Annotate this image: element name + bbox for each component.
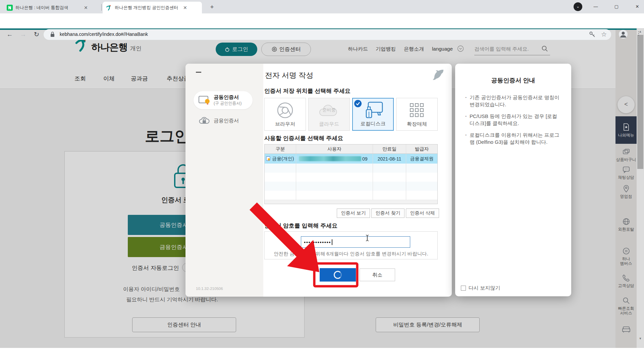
url-text[interactable]: kebhana.com/certify/index.do#//HanaBank — [60, 32, 148, 37]
storage-option-label: 브라우저 — [265, 121, 306, 127]
cancel-button[interactable]: 취소 — [360, 268, 395, 281]
password-input[interactable]: •••••••••••• — [301, 236, 410, 248]
joint-cert-label: 공동인증서 — [214, 94, 241, 101]
password-heading: 인증서 암호를 입력해 주세요 — [264, 222, 337, 230]
empty-row[interactable] — [265, 173, 437, 182]
dialog-title: 전자 서명 작성 — [265, 70, 313, 80]
cert-type: 금융(개인) — [272, 156, 294, 162]
cloud-badge: 준비중 — [309, 107, 350, 113]
certificate-heading: 사용할 인증서를 선택해 주세요 — [264, 134, 343, 142]
page-scrollbar[interactable]: ▲ ▼ — [637, 28, 644, 348]
empty-row[interactable] — [265, 182, 437, 191]
info-bullet: 로컬디스크를 이용하기 위해서는 프로그램 (Delfino G3)을 설치해야… — [465, 131, 561, 145]
table-scroll-strip[interactable] — [265, 200, 437, 204]
col-issuer: 발급자 — [406, 144, 437, 154]
reload-button[interactable]: ↻ — [32, 30, 41, 39]
profile-avatar-icon[interactable] — [618, 29, 628, 39]
cert-expiry: 2021-08-11 — [373, 154, 406, 164]
cloud-lock-icon — [198, 116, 210, 125]
tab-strip: 하나은행 : 네이버 통합검색 ✕ 하나은행 개인뱅킹 공인인증센터 ✕ + ⌄… — [0, 0, 644, 13]
storage-option-label: 확장매체 — [396, 121, 437, 127]
cert-issuer: 금융결제원 — [406, 154, 437, 164]
naver-icon — [7, 5, 13, 11]
ibeam-cursor — [365, 234, 369, 242]
storage-option-cloud[interactable]: 준비중 클라우드 — [308, 98, 350, 131]
col-type: 구분 — [265, 144, 296, 154]
grid-icon — [409, 103, 425, 118]
bookmark-star-icon[interactable]: ☆ — [601, 31, 607, 38]
empty-row[interactable] — [265, 164, 437, 173]
empty-row[interactable] — [265, 191, 437, 200]
tab-title: 하나은행 개인뱅킹 공인인증센터 — [115, 5, 180, 11]
dont-show-again[interactable]: 다시 보지않기 — [461, 285, 500, 291]
storage-option-label: 클라우드 — [309, 121, 350, 127]
https-lock-icon[interactable] — [50, 32, 55, 37]
cert-user-suffix: 09 — [362, 156, 368, 162]
tab-title: 하나은행 : 네이버 통합검색 — [15, 5, 81, 11]
certificate-row-selected[interactable]: 금융(개인) 09 2021-08-11 금융결제원 — [265, 154, 437, 164]
tab-divider — [101, 4, 102, 11]
text-caret — [332, 239, 332, 245]
window-close[interactable]: ✕ — [633, 3, 642, 11]
password-key-icon[interactable] — [589, 31, 596, 38]
finance-cert-label: 금융인증서 — [214, 118, 239, 124]
sidebar-item-finance-cert[interactable]: 금융인증서 — [194, 113, 253, 128]
new-tab-button[interactable]: + — [208, 3, 216, 11]
browser-icon — [276, 102, 294, 119]
hana-favicon — [106, 5, 112, 11]
certificate-card-icon — [198, 95, 210, 106]
tab-close-icon[interactable]: ✕ — [84, 5, 88, 10]
view-cert-button[interactable]: 인증서 보기 — [337, 208, 370, 218]
password-note: 안전한 금융거래를 위해 6개월마다 인증서 암호를 변경하시기 바랍니다. — [264, 251, 438, 257]
storage-option-expansion-media[interactable]: 확장매체 — [396, 98, 438, 131]
forward-button[interactable]: → — [19, 30, 28, 39]
window-maximize[interactable]: ▢ — [612, 3, 621, 11]
certificate-table: 구분 사용자 만료일 발급자 금융(개인) 09 2021-08-11 — [264, 144, 438, 204]
window-minimize[interactable]: — — [591, 3, 600, 11]
storage-option-label: 로컬디스크 — [353, 121, 393, 127]
info-panel-title: 공동인증서 안내 — [455, 76, 571, 84]
confirm-button[interactable] — [320, 268, 356, 282]
certificate-file-icon — [266, 156, 271, 161]
dont-show-again-label: 다시 보지않기 — [469, 285, 500, 291]
find-cert-button[interactable]: 인증서 찾기 — [371, 208, 405, 218]
dialog-minimize-button[interactable] — [196, 72, 201, 73]
scroll-down-arrow[interactable]: ▼ — [637, 337, 644, 340]
browser-menu-icon[interactable]: ⋮ — [636, 30, 641, 37]
dont-show-again-checkbox[interactable] — [461, 286, 466, 291]
screen: 하나은행 개인 로그인 인증센터 하나카드 기업뱅킹 은행소개 language — [0, 0, 644, 362]
browser-toolbar: ← → ↻ kebhana.com/certify/index.do#//Han… — [0, 13, 644, 28]
back-button[interactable]: ← — [5, 30, 14, 39]
tab-hana-cert-center[interactable]: 하나은행 개인뱅킹 공인인증센터 ✕ — [103, 2, 202, 13]
storage-option-local-disk[interactable]: 로컬디스크 — [352, 98, 394, 131]
tab-naver-search[interactable]: 하나은행 : 네이버 통합검색 ✕ — [3, 2, 100, 13]
delfino-dolphin-icon — [432, 68, 445, 81]
sidebar-item-joint-cert[interactable]: 공동인증서 (구 공인인증서) — [194, 91, 253, 109]
selected-check-icon — [354, 100, 362, 107]
plugin-version: 10.1.32-210506 — [196, 287, 223, 291]
tab-close-icon[interactable]: ✕ — [183, 5, 187, 10]
joint-cert-sublabel: (구 공인인증서) — [214, 101, 241, 106]
browser-media-button[interactable]: ⌄ — [574, 2, 582, 11]
password-value: •••••••••••• — [304, 239, 331, 245]
signature-dialog: 공동인증서 (구 공인인증서) 금융인증서 전자 서명 작성 인증서 저장 위치… — [185, 64, 452, 297]
dialog-sidebar: 공동인증서 (구 공인인증서) 금융인증서 — [185, 64, 263, 297]
loading-spinner-icon — [334, 271, 342, 279]
joint-cert-info-panel: 공동인증서 안내 기존 공인인증서가 공동인증서로 명칭이 변경되었습니다. P… — [455, 64, 571, 296]
local-disk-icon — [362, 102, 384, 120]
storage-option-browser[interactable]: 브라우저 — [264, 98, 306, 131]
scrollbar-thumb[interactable] — [637, 35, 643, 169]
col-user: 사용자 — [296, 144, 373, 154]
table-header-row: 구분 사용자 만료일 발급자 — [265, 144, 437, 154]
delete-cert-button[interactable]: 인증서 삭제 — [406, 208, 439, 218]
col-expiry: 만료일 — [373, 144, 406, 154]
info-bullet: PC/USB 등에 인증서가 있는 경우 [로컬디스크]를 클릭하세요. — [465, 113, 561, 127]
info-bullet: 기존 공인인증서가 공동인증서로 명칭이 변경되었습니다. — [465, 94, 561, 108]
storage-heading: 인증서 저장 위치를 선택해 주세요 — [264, 87, 351, 95]
cert-user-redacted — [299, 156, 361, 161]
